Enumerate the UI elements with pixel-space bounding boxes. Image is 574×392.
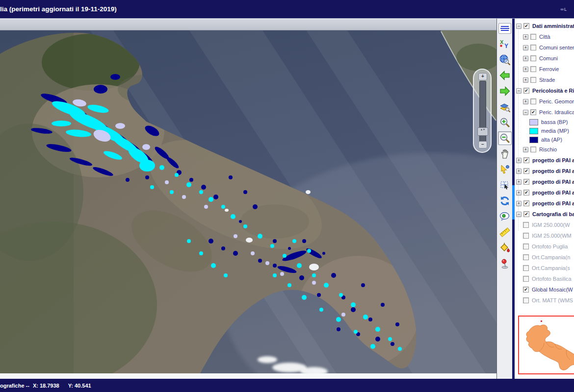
layer-checkbox[interactable]: ✔: [530, 109, 536, 115]
collapse-icon[interactable]: −: [516, 88, 522, 94]
select-rectangle-tool[interactable]: [498, 178, 512, 192]
zoom-slider-thumb[interactable]: ▲▼: [477, 127, 488, 136]
expand-icon[interactable]: +: [523, 34, 528, 40]
layer-label[interactable]: Rischio: [539, 147, 557, 152]
layer-checkbox[interactable]: [523, 233, 529, 239]
layer-label[interactable]: Dati amministrat: [532, 23, 574, 29]
layer-checkbox[interactable]: [530, 34, 536, 40]
layer-label[interactable]: Comuni: [539, 55, 558, 61]
expand-icon[interactable]: +: [523, 77, 528, 83]
satellite-map[interactable]: [0, 30, 496, 373]
layer-checkbox[interactable]: [530, 77, 536, 83]
layer-label[interactable]: IGM 25.000(WM: [532, 233, 572, 239]
layer-label[interactable]: Ort.Campania(n: [532, 254, 570, 260]
layer-checkbox[interactable]: [523, 244, 529, 249]
layer-checkbox[interactable]: [523, 254, 529, 260]
collapse-icon[interactable]: −: [523, 110, 528, 115]
xy-coordinates-tool[interactable]: X Y: [498, 37, 512, 51]
layer-checkbox[interactable]: ✔: [523, 287, 529, 293]
fill-style-tool[interactable]: [498, 241, 512, 255]
utm-geo-toggle-button[interactable]: [498, 22, 512, 35]
hand-icon: [499, 148, 511, 160]
map-canvas[interactable]: [0, 30, 496, 373]
measure-tool[interactable]: [498, 225, 512, 239]
expand-icon[interactable]: +: [516, 190, 522, 196]
globe-zoom-icon: [499, 54, 511, 66]
collapse-icon[interactable]: −: [516, 24, 522, 29]
layer-label[interactable]: Comuni sentenz: [539, 45, 574, 50]
layer-tree-row: +✔progetto di PAI a: [515, 187, 574, 198]
layer-label[interactable]: Ortofoto Puglia: [532, 244, 568, 249]
next-extent-tool[interactable]: [498, 84, 512, 98]
layer-label[interactable]: progetto di PAI a: [532, 200, 574, 206]
expand-icon[interactable]: +: [523, 67, 528, 72]
layer-checkbox[interactable]: [530, 55, 536, 61]
layer-label[interactable]: IGM 250.000(W: [532, 222, 570, 228]
layer-tree-row: bassa (BP): [515, 118, 574, 126]
layer-checkbox[interactable]: [530, 66, 536, 72]
titlebar-right-fragment[interactable]: ∞L: [561, 7, 567, 12]
legend-swatch: [529, 119, 538, 125]
layer-checkbox[interactable]: [523, 297, 529, 303]
expand-icon[interactable]: +: [516, 158, 522, 163]
layer-checkbox[interactable]: ✔: [523, 168, 529, 174]
expand-icon[interactable]: +: [516, 179, 522, 185]
layer-checkbox[interactable]: ✔: [523, 190, 529, 196]
refresh-map-tool[interactable]: [498, 194, 512, 208]
layer-tree-row: +✔progetto di PAI a: [515, 176, 574, 187]
layer-label[interactable]: Strade: [539, 77, 555, 83]
layer-checkbox[interactable]: [523, 276, 529, 282]
layer-checkbox[interactable]: [530, 147, 536, 152]
layer-label[interactable]: progetto di PAI a: [532, 157, 574, 163]
layer-checkbox[interactable]: ✔: [523, 23, 529, 29]
layer-label[interactable]: Peric. Geomorf.: [539, 98, 574, 104]
layer-tree-row: ✔Global Mosaic(W: [515, 284, 574, 295]
layer-label[interactable]: Ort.Campania(s: [532, 265, 570, 271]
layer-label[interactable]: Pericolosità e Ris: [532, 88, 574, 94]
layer-label[interactable]: Ferrovie: [539, 66, 559, 72]
layer-tree-row: +Rischio: [515, 144, 574, 155]
layer-checkbox[interactable]: [523, 222, 529, 228]
pan-tool[interactable]: [498, 147, 512, 161]
expand-icon[interactable]: +: [516, 201, 522, 206]
previous-extent-tool[interactable]: [498, 69, 512, 82]
expand-icon[interactable]: +: [523, 99, 528, 104]
layer-label[interactable]: progetto di PAI a: [532, 179, 574, 185]
layer-label[interactable]: progetto di PAI a: [532, 168, 574, 174]
zoom-out-tool[interactable]: [498, 131, 512, 145]
layer-checkbox[interactable]: ✔: [523, 157, 529, 163]
layer-checkbox[interactable]: ✔: [523, 211, 529, 217]
zoom-in-tool[interactable]: [498, 116, 512, 129]
marker-pin-tool[interactable]: [498, 257, 512, 270]
green-arrow-left-icon: [499, 70, 511, 81]
info-balloon-tool[interactable]: [498, 210, 512, 223]
layer-label[interactable]: progetto di PAI a: [532, 190, 574, 196]
collapse-icon[interactable]: −: [516, 212, 522, 217]
layer-tree-row: +Comuni: [515, 53, 574, 64]
zoom-full-extent-tool[interactable]: [498, 53, 512, 67]
layer-checkbox[interactable]: [530, 45, 536, 50]
layer-label[interactable]: Peric. Idraulica: [539, 109, 574, 115]
layer-label[interactable]: Cartografia di ba: [532, 211, 574, 217]
layer-tree-row: Ortofoto Basilica: [515, 273, 574, 284]
layer-checkbox[interactable]: ✔: [523, 88, 529, 94]
layer-checkbox[interactable]: [530, 98, 536, 104]
ruler-icon: [499, 226, 511, 238]
layer-label[interactable]: Ort. MATT (WMS: [532, 297, 573, 303]
layer-label[interactable]: Ortofoto Basilica: [532, 276, 572, 282]
expand-icon[interactable]: +: [516, 169, 522, 174]
layer-checkbox[interactable]: [523, 265, 529, 271]
expand-icon[interactable]: +: [523, 45, 528, 50]
expand-icon[interactable]: +: [523, 147, 528, 152]
identify-tool[interactable]: [498, 163, 512, 176]
layer-label[interactable]: Città: [539, 34, 550, 40]
map-zoom-slider[interactable]: + ▲▼ −: [473, 69, 492, 153]
zoom-in-slider-button[interactable]: +: [478, 73, 487, 80]
layer-checkbox[interactable]: ✔: [523, 200, 529, 206]
expand-icon[interactable]: +: [523, 56, 528, 61]
layer-label[interactable]: Global Mosaic(W: [532, 287, 573, 293]
overview-map[interactable]: [518, 316, 574, 374]
layer-checkbox[interactable]: ✔: [523, 179, 529, 185]
zoom-out-slider-button[interactable]: −: [478, 141, 487, 148]
zoom-to-layer-tool[interactable]: [498, 100, 512, 114]
